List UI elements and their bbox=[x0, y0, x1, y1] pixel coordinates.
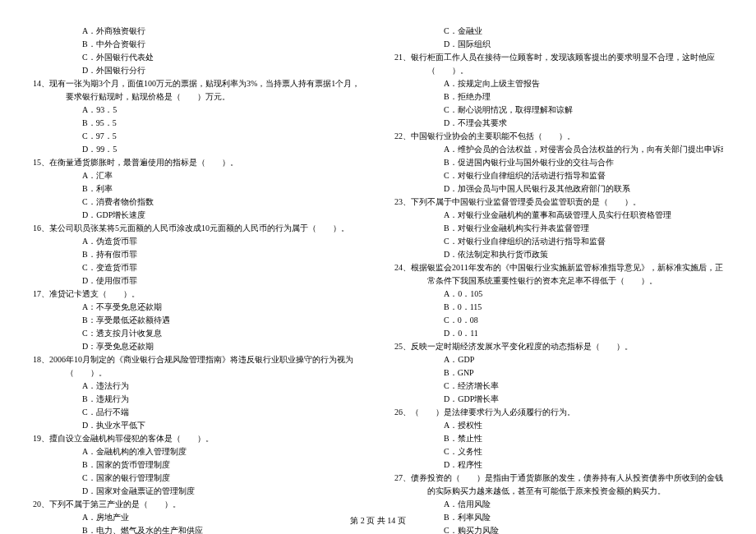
q24-opt-c: C．0．08 bbox=[394, 314, 723, 327]
q15-opt-a: A．汇率 bbox=[33, 169, 362, 182]
q14-opt-d: D．99．5 bbox=[33, 143, 362, 156]
q26-opt-b: B．禁止性 bbox=[394, 432, 723, 445]
q21-opt-d: D．不理会其要求 bbox=[394, 117, 723, 130]
q25-opt-b: B．GNP bbox=[394, 366, 723, 380]
q22-opt-b: B．促进国内银行业与国外银行业的交往与合作 bbox=[394, 156, 723, 169]
q18-opt-c: C．品行不端 bbox=[33, 406, 362, 419]
q15-stem: 15、在衡量通货膨胀时，最普遍使用的指标是（ ）。 bbox=[33, 156, 362, 169]
q17-stem: 17、准贷记卡透支（ ）。 bbox=[33, 288, 362, 301]
q15-opt-b: B．利率 bbox=[33, 182, 362, 196]
q26-opt-c: C．义务性 bbox=[394, 445, 723, 458]
q15-opt-d: D．GDP增长速度 bbox=[33, 209, 362, 222]
q24-opt-a: A．0．105 bbox=[394, 288, 723, 301]
q13-opt-a: A．外商独资银行 bbox=[33, 25, 362, 38]
q19-opt-a: A．金融机构的准入管理制度 bbox=[33, 445, 362, 458]
q21-opt-b: B．拒绝办理 bbox=[394, 90, 723, 104]
q26-opt-a: A．授权性 bbox=[394, 419, 723, 432]
q18-stem: 18、2006年10月制定的《商业银行合规风险管理指南》将违反银行业职业操守的行… bbox=[33, 353, 362, 380]
q17-opt-d: D：享受免息还款期 bbox=[33, 340, 362, 353]
q14-opt-a: A．93．5 bbox=[33, 104, 362, 117]
q16-opt-a: A．伪造货币罪 bbox=[33, 235, 362, 248]
q14-opt-b: B．95．5 bbox=[33, 117, 362, 130]
q20-stem: 20、下列不属于第三产业的是（ ）。 bbox=[33, 498, 362, 511]
page-footer: 第 2 页 共 14 页 bbox=[0, 514, 756, 527]
q13-opt-d: D．外国银行分行 bbox=[33, 64, 362, 77]
q19-opt-d: D．国家对金融票证的管理制度 bbox=[33, 485, 362, 498]
q14-opt-c: C．97．5 bbox=[33, 130, 362, 143]
q22-opt-a: A．维护会员的合法权益，对侵害会员合法权益的行为，向有关部门提出申诉或要求 bbox=[394, 143, 723, 156]
q25-opt-d: D．GDP增长率 bbox=[394, 393, 723, 406]
q19-opt-c: C．国家的银行管理制度 bbox=[33, 472, 362, 485]
q14-stem: 14、现有一张为期3个月，面值100万元的票据，贴现利率为3%，当持票人持有票据… bbox=[33, 77, 362, 104]
q22-opt-d: D．加强会员与中国人民银行及其他政府部门的联系 bbox=[394, 182, 723, 196]
q27-opt-a: A．信用风险 bbox=[394, 498, 723, 511]
q22-stem: 22、中国银行业协会的主要职能不包括（ ）。 bbox=[394, 130, 723, 143]
q25-opt-a: A．GDP bbox=[394, 353, 723, 366]
q23-opt-c: C．对银行业自律组织的活动进行指导和监督 bbox=[394, 235, 723, 248]
q22-opt-c: C．对银行业自律组织的活动进行指导和监督 bbox=[394, 169, 723, 182]
q18-opt-d: D．执业水平低下 bbox=[33, 419, 362, 432]
q19-opt-b: B．国家的货币管理制度 bbox=[33, 458, 362, 472]
left-column: A．外商独资银行 B．中外合资银行 C．外国银行代表处 D．外国银行分行 14、… bbox=[33, 25, 362, 534]
q17-opt-b: B：享受最低还款额待遇 bbox=[33, 314, 362, 327]
q24-opt-b: B．0．115 bbox=[394, 301, 723, 314]
q16-stem: 16、某公司职员张某将5元面额的人民币涂改成10元面额的人民币的行为属于（ ）。 bbox=[33, 222, 362, 235]
q21-stem: 21、银行柜面工作人员在接待一位顾客时，发现该顾客提出的要求明显不合理，这时他应… bbox=[394, 51, 723, 77]
q26-opt-d: D．程序性 bbox=[394, 458, 723, 472]
q27-stem: 27、债券投资的（ ）是指由于通货膨胀的发生，债券持有人从投资债券中所收到的金钱… bbox=[394, 472, 723, 498]
q25-opt-c: C．经济增长率 bbox=[394, 380, 723, 393]
q23-stem: 23、下列不属于中国银行业监督管理委员会监管职责的是（ ）。 bbox=[394, 196, 723, 209]
q23-opt-d: D．依法制定和执行货币政策 bbox=[394, 248, 723, 261]
q21-opt-c: C．耐心说明情况，取得理解和谅解 bbox=[394, 104, 723, 117]
right-column: C．金融业 D．国际组织 21、银行柜面工作人员在接待一位顾客时，发现该顾客提出… bbox=[394, 25, 723, 534]
q16-opt-d: D．使用假币罪 bbox=[33, 274, 362, 288]
q26-stem: 26、（ ）是法律要求行为人必须履行的行为。 bbox=[394, 406, 723, 419]
q21-opt-a: A．按规定向上级主管报告 bbox=[394, 77, 723, 90]
q24-stem: 24、根据银监会2011年发布的《中国银行业实施新监管标准指导意见》，新标准实施… bbox=[394, 261, 723, 288]
q16-opt-c: C．变造货币罪 bbox=[33, 261, 362, 274]
q20-opt-d: D．国际组织 bbox=[394, 38, 723, 51]
q23-opt-b: B．对银行业金融机构实行并表监督管理 bbox=[394, 222, 723, 235]
q17-opt-c: C：透支按月计收复息 bbox=[33, 327, 362, 340]
q25-stem: 25、反映一定时期经济发展水平变化程度的动态指标是（ ）。 bbox=[394, 340, 723, 353]
q17-opt-a: A：不享受免息还款期 bbox=[33, 301, 362, 314]
q15-opt-c: C．消费者物价指数 bbox=[33, 196, 362, 209]
q24-opt-d: D．0．11 bbox=[394, 327, 723, 340]
q13-opt-b: B．中外合资银行 bbox=[33, 38, 362, 51]
q18-opt-b: B．违规行为 bbox=[33, 393, 362, 406]
q13-opt-c: C．外国银行代表处 bbox=[33, 51, 362, 64]
two-column-layout: A．外商独资银行 B．中外合资银行 C．外国银行代表处 D．外国银行分行 14、… bbox=[33, 25, 723, 534]
q20-opt-c: C．金融业 bbox=[394, 25, 723, 38]
q23-opt-a: A．对银行业金融机构的董事和高级管理人员实行任职资格管理 bbox=[394, 209, 723, 222]
q19-stem: 19、擅自设立金融机构罪侵犯的客体是（ ）。 bbox=[33, 432, 362, 445]
q16-opt-b: B．持有假币罪 bbox=[33, 248, 362, 261]
q18-opt-a: A．违法行为 bbox=[33, 380, 362, 393]
